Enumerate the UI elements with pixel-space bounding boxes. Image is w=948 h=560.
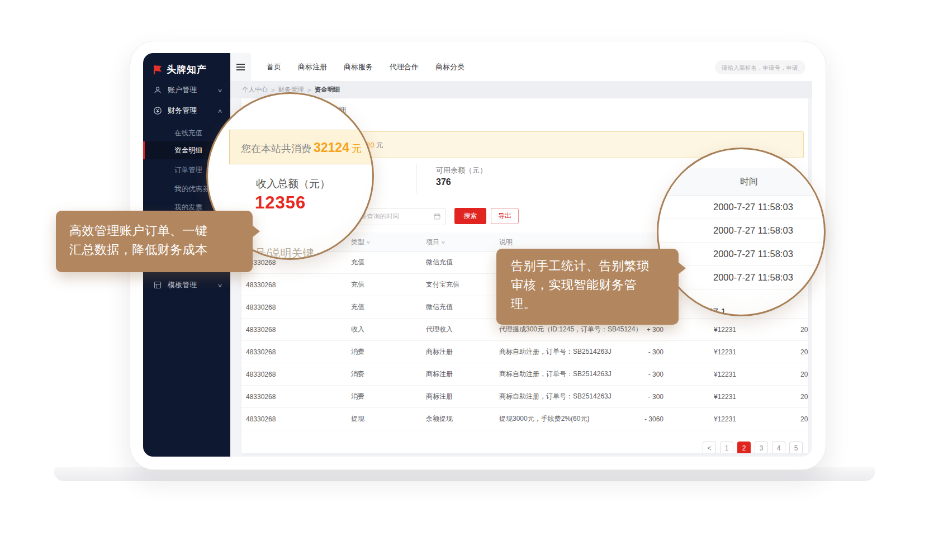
cell-project: 微信充值 (426, 296, 493, 318)
cell-time (800, 296, 808, 318)
cell-type: 充值 (351, 274, 418, 296)
magnified-time-row: 2000-7-27 11:58:03 (658, 195, 824, 219)
cell-balance: ¥12231 (683, 319, 736, 340)
header-project[interactable]: 项目∨ (426, 232, 493, 251)
magnified-banner-text: 您在本站共消费32124元 (241, 140, 362, 155)
stat-balance-label: 可用余额（元） (436, 165, 487, 175)
hamburger-menu-icon[interactable] (230, 53, 251, 81)
cell-order: 48330268 (246, 363, 341, 385)
cell-amount: - 3060 (610, 408, 663, 430)
template-icon (153, 281, 162, 290)
nav-item-trademark-register[interactable]: 商标注册 (298, 62, 327, 72)
magnified-income-value: 12356 (255, 193, 306, 213)
pagination-prev-button[interactable]: < (703, 442, 716, 453)
sort-caret-icon: ∨ (366, 240, 371, 245)
chevron-down-icon: ∨ (217, 282, 222, 288)
cell-balance: ¥12231 (683, 341, 736, 363)
search-button[interactable]: 搜索 (454, 208, 486, 224)
breadcrumb-item[interactable]: 个人中心 (242, 86, 268, 94)
sidebar-item-label: 模板管理 (168, 280, 197, 290)
cell-order: 48330268 (246, 386, 341, 407)
nav-item-agent-cooperation[interactable]: 代理合作 (390, 62, 419, 72)
cell-time: 2000-7-27 11:58:03 (800, 341, 808, 363)
cell-type: 收入 (351, 319, 418, 340)
magnified-time-row: 2000-7-27 11:58:03 (658, 219, 824, 243)
breadcrumb-separator: > (271, 87, 275, 93)
breadcrumb-separator: > (307, 87, 311, 93)
pagination-page-button[interactable]: 3 (755, 442, 768, 453)
cell-time: 2000-7-27 11:58:03 (800, 363, 808, 385)
topbar: 首页 商标注册 商标服务 代理合作 商标分类 (230, 53, 812, 82)
cell-order: 48330268 (246, 319, 341, 340)
cell-type: 提现 (351, 408, 418, 430)
tooltip-text-line: 高效管理账户订单、一键 (69, 221, 253, 240)
logo: 头牌知产 (152, 63, 207, 76)
nav-item-trademark-service[interactable]: 商标服务 (344, 62, 373, 72)
chevron-down-icon: ∨ (217, 87, 222, 93)
nav-item-home[interactable]: 首页 (267, 62, 281, 72)
pagination-page-button-active[interactable]: 2 (737, 442, 751, 453)
cell-type: 充值 (351, 251, 418, 273)
cell-balance: ¥12231 (683, 386, 736, 407)
sidebar-item-finance[interactable]: 财务管理 ∧ (143, 102, 230, 119)
header-type[interactable]: 类型∨ (351, 232, 418, 251)
sidebar-item-label: 财务管理 (168, 106, 197, 116)
stat-divider (416, 164, 417, 193)
table-row: 48330268 消费 商标注册 商标自助注册，订单号：SB2514263J -… (241, 363, 808, 386)
pagination-page-button[interactable]: 5 (789, 442, 803, 453)
sidebar-item-template[interactable]: 模板管理 ∨ (143, 277, 230, 293)
sidebar-item-label: 账户管理 (168, 85, 197, 95)
cell-time: 2000-7-27 11:58:03 (800, 408, 808, 430)
logo-flag-icon (152, 64, 163, 75)
tooltip-text-line: 汇总数据，降低财务成本 (69, 240, 253, 259)
sidebar-subitem-label: 我的优惠券 (174, 184, 210, 194)
tooltip-arrow-icon (678, 262, 686, 274)
cell-type: 消费 (351, 363, 418, 385)
tooltip-text-line: 审核，实现智能财务管 (511, 276, 679, 295)
cell-order: 48330268 (246, 341, 341, 363)
tooltip-text-line: 告别手工统计、告别繁琐 (511, 257, 679, 276)
cell-project: 支付宝充值 (426, 274, 493, 296)
table-row: 48330268 消费 商标注册 商标自助注册，订单号：SB2514263J -… (241, 386, 808, 408)
tooltip-left: 高效管理账户订单、一键 汇总数据，降低财务成本 (56, 211, 253, 272)
tooltip-arrow-icon (252, 225, 260, 238)
cell-order: 48330268 (246, 274, 341, 296)
magnified-time-header: 时间 (658, 168, 824, 196)
export-button[interactable]: 导出 (491, 208, 519, 224)
sort-caret-icon: ∨ (441, 240, 446, 245)
table-row: 48330268 消费 商标注册 商标自助注册，订单号：SB2514263J -… (241, 341, 808, 363)
pagination-page-button[interactable]: 4 (772, 442, 785, 453)
cell-order: 48330268 (246, 408, 341, 430)
cell-type: 充值 (351, 296, 418, 318)
cell-amount: - 300 (610, 341, 663, 363)
sidebar-subitem-label: 订单管理 (174, 165, 202, 175)
sidebar-subitem-label: 在线充值 (174, 129, 202, 138)
cell-project: 商标注册 (426, 363, 493, 385)
cell-project: 商标注册 (426, 341, 493, 363)
cell-project: 代理收入 (426, 319, 493, 340)
sidebar-item-account[interactable]: 账户管理 ∨ (143, 82, 230, 98)
cell-project: 商标注册 (426, 386, 493, 407)
calendar-icon (434, 213, 440, 220)
tooltip-right: 告别手工统计、告别繁琐 审核，实现智能财务管 理。 (496, 249, 679, 325)
logo-text: 头牌知产 (167, 63, 207, 76)
cell-amount: - 300 (610, 363, 663, 385)
pagination-page-button[interactable]: 1 (720, 442, 733, 453)
cell-project: 余额提现 (426, 408, 493, 430)
cell-order: 48330268 (246, 296, 341, 318)
sidebar-subitem-label: 资金明细 (174, 146, 202, 155)
table-row: 48330268 提现 余额提现 提现3000元，手续费2%(60元) - 30… (241, 408, 808, 430)
nav-item-trademark-category[interactable]: 商标分类 (435, 62, 464, 72)
topbar-search (715, 60, 805, 74)
tooltip-text-line: 理。 (511, 295, 679, 314)
cell-type: 消费 (351, 386, 418, 407)
cell-project: 微信充值 (426, 251, 493, 273)
cell-balance: ¥12231 (683, 408, 736, 430)
cell-time: 2000-7-27 11:58:03 (800, 319, 808, 340)
top-nav: 首页 商标注册 商标服务 代理合作 商标分类 (267, 53, 464, 81)
user-icon (153, 86, 162, 94)
magnified-banner: 您在本站共消费32124元 (229, 130, 374, 164)
cell-balance: ¥12231 (683, 363, 736, 385)
topbar-search-input[interactable] (715, 60, 805, 74)
cell-time: 2000-7-27 11:58:03 (800, 386, 808, 407)
